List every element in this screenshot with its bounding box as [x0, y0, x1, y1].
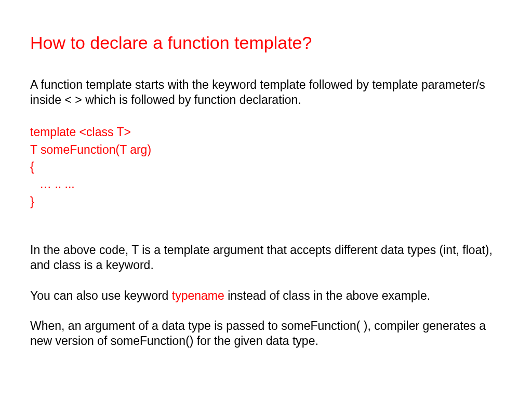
para3-text-b: instead of class in the above example. — [224, 289, 430, 302]
typename-keyword: typename — [172, 289, 224, 302]
code-line-3: { — [30, 158, 502, 176]
code-example: template <class T> T someFunction(T arg)… — [30, 124, 502, 210]
code-line-4: … .. ... — [30, 176, 502, 193]
explanation-paragraph-2: You can also use keyword typename instea… — [30, 288, 502, 303]
explanation-paragraph-1: In the above code, T is a template argum… — [30, 243, 502, 273]
slide-title: How to declare a function template? — [30, 32, 502, 54]
para3-text-a: You can also use keyword — [30, 289, 172, 302]
intro-paragraph: A function template starts with the keyw… — [30, 77, 502, 108]
code-line-2: T someFunction(T arg) — [30, 141, 502, 158]
code-line-1: template <class T> — [30, 124, 502, 141]
code-line-5: } — [30, 193, 502, 210]
explanation-paragraph-3: When, an argument of a data type is pass… — [30, 318, 502, 349]
